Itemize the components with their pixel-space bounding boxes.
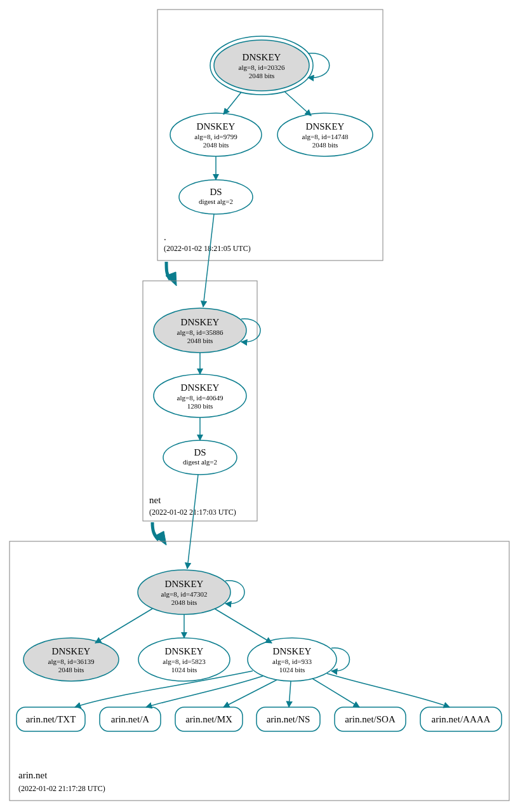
node-root-ksk: DNSKEY alg=8, id=20326 2048 bits bbox=[210, 36, 313, 95]
node-net-ksk-title: DNSKEY bbox=[181, 317, 220, 327]
node-arin-k58-title: DNSKEY bbox=[165, 646, 204, 656]
node-arin-k36-line1: alg=8, id=36139 bbox=[48, 658, 95, 665]
svg-point-4 bbox=[179, 180, 253, 214]
node-net-ksk: DNSKEY alg=8, id=35886 2048 bits bbox=[154, 308, 246, 353]
node-net-ksk-line1: alg=8, id=35886 bbox=[177, 328, 223, 336]
edge-netds-to-arinksk bbox=[187, 475, 198, 569]
rrset-ns-label: arin.net/NS bbox=[267, 714, 310, 724]
delegation-arrow-root-to-net bbox=[166, 262, 177, 286]
svg-point-7 bbox=[163, 440, 237, 475]
edge-933-to-aaaa bbox=[327, 673, 450, 707]
node-arin-k933-title: DNSKEY bbox=[273, 646, 312, 656]
node-arin-k36-title: DNSKEY bbox=[52, 646, 91, 656]
node-root-zsk9-title: DNSKEY bbox=[197, 121, 236, 132]
node-arin-ksk: DNSKEY alg=8, id=47302 2048 bits bbox=[138, 570, 230, 614]
node-net-zsk-line2: 1280 bits bbox=[187, 402, 213, 410]
node-root-zsk-9799: DNSKEY alg=8, id=9799 2048 bits bbox=[170, 113, 262, 156]
node-root-zsk9-line1: alg=8, id=9799 bbox=[194, 133, 237, 140]
rrset-soa-label: arin.net/SOA bbox=[345, 714, 396, 724]
rrset-txt-label: arin.net/TXT bbox=[26, 714, 76, 724]
dnssec-diagram: . (2022-01-02 18:21:05 UTC) DNSKEY alg=8… bbox=[0, 0, 520, 812]
rrset-row: arin.net/TXT arin.net/A arin.net/MX arin… bbox=[17, 707, 502, 731]
node-net-ksk-line2: 2048 bits bbox=[187, 337, 213, 344]
node-root-ds-line1: digest alg=2 bbox=[199, 198, 233, 205]
node-net-ds-title: DS bbox=[194, 447, 206, 457]
zone-root-label: . bbox=[164, 232, 166, 242]
node-arin-k58-line1: alg=8, id=5823 bbox=[163, 658, 206, 665]
node-root-zsk9-line2: 2048 bits bbox=[203, 141, 229, 149]
edge-rootksk-to-zsk9 bbox=[223, 92, 241, 114]
node-net-zsk-line1: alg=8, id=40649 bbox=[177, 394, 223, 402]
node-root-zsk14-line1: alg=8, id=14748 bbox=[302, 133, 349, 140]
edge-933-to-soa bbox=[312, 679, 359, 707]
delegation-arrow-net-to-arin bbox=[152, 522, 166, 545]
zone-net-timestamp: (2022-01-02 21:17:03 UTC) bbox=[149, 508, 236, 517]
node-net-zsk: DNSKEY alg=8, id=40649 1280 bits bbox=[154, 374, 246, 417]
node-root-ksk-line2: 2048 bits bbox=[249, 72, 275, 79]
zone-net-label: net bbox=[149, 495, 161, 505]
node-net-zsk-title: DNSKEY bbox=[181, 382, 220, 393]
node-root-ds-title: DS bbox=[210, 187, 222, 197]
zone-arin-timestamp: (2022-01-02 21:17:28 UTC) bbox=[18, 784, 105, 793]
node-root-ksk-title: DNSKEY bbox=[243, 52, 281, 62]
node-arin-k933-line2: 1024 bits bbox=[279, 666, 305, 673]
edge-933-to-mx bbox=[223, 680, 277, 707]
node-root-zsk14-title: DNSKEY bbox=[306, 121, 345, 132]
node-root-ksk-line1: alg=8, id=20326 bbox=[239, 64, 285, 71]
node-arin-ksk-title: DNSKEY bbox=[165, 579, 204, 589]
rrset-aaaa-label: arin.net/AAAA bbox=[432, 714, 491, 724]
node-net-ds-line1: digest alg=2 bbox=[183, 458, 217, 466]
edge-rootksk-to-zsk14 bbox=[284, 91, 311, 116]
node-arin-ksk-line1: alg=8, id=47302 bbox=[161, 590, 208, 598]
node-root-zsk14-line2: 2048 bits bbox=[312, 141, 338, 149]
node-arin-key-933: DNSKEY alg=8, id=933 1024 bits bbox=[248, 638, 337, 681]
node-arin-key-36139: DNSKEY alg=8, id=36139 2048 bits bbox=[23, 638, 119, 681]
node-arin-k58-line2: 1024 bits bbox=[171, 666, 197, 673]
zone-root-timestamp: (2022-01-02 18:21:05 UTC) bbox=[164, 244, 251, 253]
node-arin-k933-line1: alg=8, id=933 bbox=[272, 658, 312, 665]
zone-arin-label: arin.net bbox=[18, 770, 48, 780]
node-root-ds: DS digest alg=2 bbox=[179, 180, 253, 214]
edge-933-to-ns bbox=[289, 681, 291, 707]
node-arin-k36-line2: 2048 bits bbox=[58, 666, 84, 673]
edge-arinksk-to-36139 bbox=[95, 609, 152, 643]
rrset-a-label: arin.net/A bbox=[111, 714, 150, 724]
node-arin-ksk-line2: 2048 bits bbox=[171, 599, 197, 606]
edge-arinksk-to-933 bbox=[215, 609, 272, 643]
node-arin-key-5823: DNSKEY alg=8, id=5823 1024 bits bbox=[138, 638, 230, 681]
node-net-ds: DS digest alg=2 bbox=[163, 440, 237, 475]
node-root-zsk-14748: DNSKEY alg=8, id=14748 2048 bits bbox=[277, 113, 373, 156]
rrset-mx-label: arin.net/MX bbox=[185, 714, 232, 724]
